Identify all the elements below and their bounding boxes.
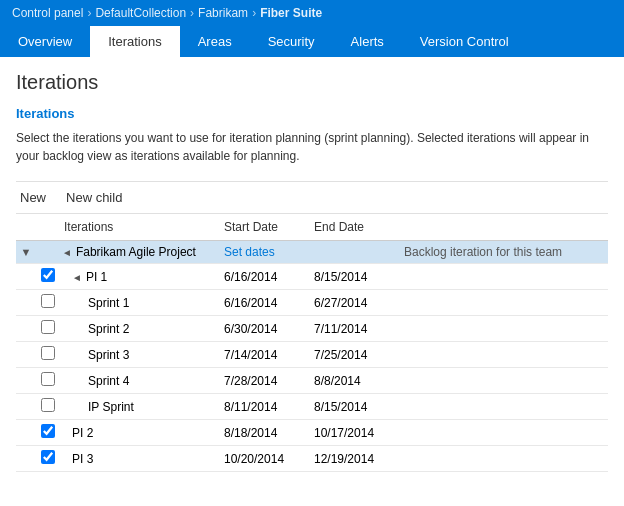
- breadcrumb-sep-3: ›: [252, 6, 256, 20]
- iteration-name: PI 1: [86, 270, 107, 284]
- expand-cell: [16, 290, 36, 316]
- expand-cell: [16, 446, 36, 472]
- table-row: Sprint 37/14/20147/25/2014: [16, 342, 608, 368]
- iteration-checkbox[interactable]: [41, 320, 55, 334]
- iteration-checkbox[interactable]: [41, 424, 55, 438]
- iteration-name-cell: ◄Fabrikam Agile Project: [60, 241, 220, 264]
- end-date-cell: 7/11/2014: [310, 316, 400, 342]
- nav-tab-security[interactable]: Security: [250, 26, 333, 57]
- nav-tab-alerts[interactable]: Alerts: [333, 26, 402, 57]
- iteration-checkbox[interactable]: [41, 450, 55, 464]
- checkbox-cell[interactable]: [36, 290, 60, 316]
- checkbox-cell[interactable]: [36, 316, 60, 342]
- end-date-cell: 10/17/2014: [310, 420, 400, 446]
- nav-tab-overview[interactable]: Overview: [0, 26, 90, 57]
- iteration-checkbox[interactable]: [41, 268, 55, 282]
- end-date-cell: 7/25/2014: [310, 342, 400, 368]
- checkbox-cell[interactable]: [36, 241, 60, 264]
- col-header-start: Start Date: [220, 214, 310, 241]
- new-child-button[interactable]: New child: [62, 188, 126, 207]
- breadcrumb-sep-2: ›: [190, 6, 194, 20]
- description: Select the iterations you want to use fo…: [16, 129, 608, 165]
- table-row: ▼◄Fabrikam Agile ProjectSet datesBacklog…: [16, 241, 608, 264]
- col-header-check: [36, 214, 60, 241]
- iteration-checkbox[interactable]: [41, 372, 55, 386]
- start-date-cell: 8/11/2014: [220, 394, 310, 420]
- nav-tab-areas[interactable]: Areas: [180, 26, 250, 57]
- new-button[interactable]: New: [16, 188, 50, 207]
- iteration-name-cell: Sprint 1: [60, 290, 220, 316]
- iteration-checkbox[interactable]: [41, 398, 55, 412]
- checkbox-cell[interactable]: [36, 264, 60, 290]
- checkbox-cell[interactable]: [36, 368, 60, 394]
- tree-expand-icon[interactable]: ◄: [62, 247, 72, 258]
- breadcrumb-control-panel[interactable]: Control panel: [12, 6, 83, 20]
- checkbox-cell[interactable]: [36, 446, 60, 472]
- table-row: PI 310/20/201412/19/2014: [16, 446, 608, 472]
- start-date-cell: 7/14/2014: [220, 342, 310, 368]
- end-date-cell: 8/15/2014: [310, 264, 400, 290]
- table-row: Sprint 16/16/20146/27/2014: [16, 290, 608, 316]
- table-row: PI 28/18/201410/17/2014: [16, 420, 608, 446]
- start-date-cell: 6/30/2014: [220, 316, 310, 342]
- end-date-cell: [310, 241, 400, 264]
- backlog-cell: [400, 420, 608, 446]
- backlog-cell: [400, 368, 608, 394]
- backlog-cell: [400, 264, 608, 290]
- start-date-cell: 10/20/2014: [220, 446, 310, 472]
- backlog-cell: Backlog iteration for this team: [400, 241, 608, 264]
- table-row: IP Sprint8/11/20148/15/2014: [16, 394, 608, 420]
- iteration-name-cell: PI 3: [60, 446, 220, 472]
- checkbox-cell[interactable]: [36, 394, 60, 420]
- collapse-arrow-icon[interactable]: ▼: [21, 246, 32, 258]
- page-title: Iterations: [16, 71, 608, 94]
- iteration-checkbox[interactable]: [41, 346, 55, 360]
- expand-cell: [16, 394, 36, 420]
- breadcrumb-current: Fiber Suite: [260, 6, 322, 20]
- table-row: Sprint 26/30/20147/11/2014: [16, 316, 608, 342]
- start-date-cell: 7/28/2014: [220, 368, 310, 394]
- iteration-name-cell: PI 2: [60, 420, 220, 446]
- expand-cell[interactable]: ▼: [16, 241, 36, 264]
- breadcrumb-sep-1: ›: [87, 6, 91, 20]
- iteration-name-cell: IP Sprint: [60, 394, 220, 420]
- iterations-table: Iterations Start Date End Date ▼◄Fabrika…: [16, 214, 608, 472]
- tree-expand-icon[interactable]: ◄: [72, 272, 82, 283]
- nav-tabs: OverviewIterationsAreasSecurityAlertsVer…: [0, 26, 624, 57]
- iteration-name: Fabrikam Agile Project: [76, 245, 196, 259]
- start-date-cell: 6/16/2014: [220, 290, 310, 316]
- end-date-cell: 8/15/2014: [310, 394, 400, 420]
- breadcrumb-default-collection[interactable]: DefaultCollection: [95, 6, 186, 20]
- section-title: Iterations: [16, 106, 608, 121]
- set-dates-link[interactable]: Set dates: [224, 245, 275, 259]
- iteration-name-cell: Sprint 3: [60, 342, 220, 368]
- table-header-row: Iterations Start Date End Date: [16, 214, 608, 241]
- backlog-cell: [400, 290, 608, 316]
- start-date-cell[interactable]: Set dates: [220, 241, 310, 264]
- end-date-cell: 6/27/2014: [310, 290, 400, 316]
- iteration-name-cell: Sprint 4: [60, 368, 220, 394]
- backlog-cell: [400, 394, 608, 420]
- iteration-checkbox[interactable]: [41, 294, 55, 308]
- col-header-expand: [16, 214, 36, 241]
- nav-tab-version-control[interactable]: Version Control: [402, 26, 527, 57]
- expand-cell[interactable]: [16, 264, 36, 290]
- col-header-iterations: Iterations: [60, 214, 220, 241]
- iteration-name-cell: ◄PI 1: [60, 264, 220, 290]
- expand-cell: [16, 316, 36, 342]
- breadcrumb-fabrikam[interactable]: Fabrikam: [198, 6, 248, 20]
- toolbar: New New child: [16, 181, 608, 214]
- table-row: Sprint 47/28/20148/8/2014: [16, 368, 608, 394]
- page-content: Iterations Iterations Select the iterati…: [0, 57, 624, 486]
- expand-cell: [16, 420, 36, 446]
- end-date-cell: 8/8/2014: [310, 368, 400, 394]
- backlog-cell: [400, 446, 608, 472]
- checkbox-cell[interactable]: [36, 342, 60, 368]
- end-date-cell: 12/19/2014: [310, 446, 400, 472]
- nav-tab-iterations[interactable]: Iterations: [90, 26, 179, 57]
- start-date-cell: 6/16/2014: [220, 264, 310, 290]
- table-row: ◄PI 16/16/20148/15/2014: [16, 264, 608, 290]
- backlog-cell: [400, 342, 608, 368]
- top-bar: Control panel › DefaultCollection › Fabr…: [0, 0, 624, 26]
- checkbox-cell[interactable]: [36, 420, 60, 446]
